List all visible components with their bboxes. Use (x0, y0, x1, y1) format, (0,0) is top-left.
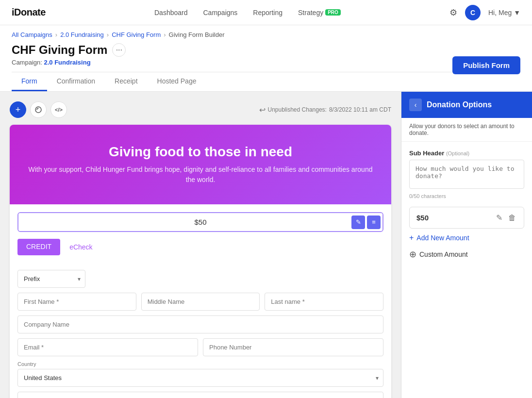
country-label: Country (17, 361, 383, 367)
prefix-row: Prefix ▾ (17, 270, 383, 288)
tab-receipt[interactable]: Receipt (105, 72, 147, 91)
amount-actions: ✎ 🗑 (495, 212, 517, 223)
breadcrumb-all-campaigns[interactable]: All Campaigns (12, 31, 52, 38)
company-name-field[interactable] (17, 315, 383, 333)
address1-field[interactable] (17, 392, 383, 398)
donation-options-subtitle: Allow your donors to select an amount to… (401, 118, 532, 142)
svg-point-0 (35, 107, 41, 113)
contact-row (17, 338, 383, 356)
payment-tabs: CREDIT eCheck (17, 239, 383, 255)
delete-amount-button[interactable]: 🗑 (507, 212, 517, 223)
nav-reporting[interactable]: Reporting (253, 9, 283, 17)
tab-form[interactable]: Form (12, 72, 47, 91)
donation-options-header: ‹ Donation Options (401, 92, 532, 118)
form-preview: Giving food to those in need With your s… (10, 125, 391, 398)
breadcrumb-chf-giving-form[interactable]: CHF Giving Form (112, 31, 161, 38)
custom-amount-button[interactable]: ⊕ Custom Amount (409, 249, 468, 260)
breadcrumb-current: Giving Form Builder (169, 31, 225, 38)
breadcrumb-bar: All Campaigns › 2.0 Fundraising › CHF Gi… (0, 25, 532, 92)
undo-icon: ↩ (259, 105, 266, 115)
first-name-field[interactable] (17, 293, 136, 311)
payment-tab-echeck[interactable]: eCheck (60, 239, 101, 255)
amount-input-wrap: ✎ ≡ (17, 212, 383, 232)
middle-name-field[interactable] (141, 293, 260, 311)
tabs-bar: Form Confirmation Receipt Hosted Page (12, 72, 520, 91)
top-nav: iDonate Dashboard Campaigns Reporting St… (0, 0, 532, 25)
brand-logo: iDonate (12, 7, 46, 18)
amount-toolbar: ✎ ≡ (351, 216, 381, 229)
prefix-select[interactable]: Prefix (17, 270, 85, 288)
toolbar: + </> ↩ Unpublished Changes: 8/3/2022 10… (10, 101, 391, 118)
address1-row (17, 392, 383, 398)
last-name-field[interactable] (265, 293, 383, 311)
edit-amount-icon-button[interactable]: ✎ (495, 212, 503, 223)
prefix-select-wrap: Prefix ▾ (17, 270, 85, 288)
country-select-wrap: United States ▾ (17, 369, 383, 387)
breadcrumb-2-0-fundraising[interactable]: 2.0 Fundraising (60, 31, 104, 38)
back-button[interactable]: ‹ (409, 99, 422, 111)
sub-header-label: Sub Header (Optional) (409, 149, 524, 157)
custom-plus-circle-icon: ⊕ (409, 249, 416, 260)
user-menu[interactable]: Hi, Meg ▼ (488, 9, 520, 17)
nav-campaigns[interactable]: Campaigns (203, 9, 238, 17)
pro-badge: PRO (325, 9, 341, 16)
edit-amount-button[interactable]: ✎ (351, 216, 365, 229)
campaign-name: 2.0 Fundraising (44, 59, 91, 66)
campaign-label: Campaign: 2.0 Fundraising (12, 59, 520, 66)
phone-field[interactable] (203, 338, 383, 356)
email-field[interactable] (17, 338, 198, 356)
amount-input[interactable] (18, 213, 382, 231)
donation-options-body: Sub Header (Optional) 0/50 characters $5… (401, 142, 532, 267)
form-hero: Giving food to those in need With your s… (10, 125, 391, 204)
payment-tab-credit[interactable]: CREDIT (17, 239, 60, 255)
hero-title: Giving food to those in need (24, 144, 377, 160)
nav-strategy[interactable]: Strategy PRO (298, 9, 341, 17)
code-button[interactable]: </> (50, 101, 67, 118)
page-header: CHF Giving Form ··· (12, 43, 520, 57)
sub-header-input[interactable] (409, 160, 524, 189)
unpublished-notice: ↩ Unpublished Changes: 8/3/2022 10:11 am… (259, 105, 392, 115)
amount-menu-button[interactable]: ≡ (367, 216, 381, 229)
donation-options-panel: ‹ Donation Options Allow your donors to … (401, 92, 532, 398)
avatar: C (465, 5, 481, 20)
country-row: Country United States ▾ (17, 361, 383, 387)
country-select[interactable]: United States (17, 369, 383, 387)
breadcrumb: All Campaigns › 2.0 Fundraising › CHF Gi… (12, 31, 520, 38)
optional-tag: (Optional) (446, 150, 469, 156)
nav-right: ⚙ C Hi, Meg ▼ (449, 5, 520, 20)
amount-row: ✎ ≡ (17, 212, 383, 232)
hero-subtitle: With your support, Child Hunger Fund bri… (24, 165, 377, 185)
publish-btn-area: Publish Form (452, 56, 520, 74)
char-count: 0/50 characters (409, 193, 524, 199)
add-new-amount-button[interactable]: + Add New Amount (409, 233, 469, 242)
main-area: + </> ↩ Unpublished Changes: 8/3/2022 10… (0, 92, 532, 398)
nav-dashboard[interactable]: Dashboard (154, 9, 188, 17)
settings-icon[interactable]: ⚙ (449, 7, 457, 18)
design-button[interactable] (30, 101, 47, 118)
page-title: CHF Giving Form (12, 43, 107, 57)
amount-value: $50 (416, 214, 429, 222)
add-plus-icon: + (409, 233, 414, 242)
company-row (17, 315, 383, 333)
add-element-button[interactable]: + (10, 101, 26, 118)
tab-hosted-page[interactable]: Hosted Page (148, 72, 206, 91)
nav-links: Dashboard Campaigns Reporting Strategy P… (154, 9, 341, 17)
amount-item: $50 ✎ 🗑 (409, 207, 524, 229)
tab-confirmation[interactable]: Confirmation (47, 72, 105, 91)
more-options-button[interactable]: ··· (112, 43, 126, 57)
publish-form-button[interactable]: Publish Form (452, 56, 520, 74)
name-row (17, 293, 383, 311)
donation-section: ✎ ≡ CREDIT eCheck (10, 204, 391, 270)
form-body: Prefix ▾ Country (10, 270, 391, 398)
form-area: + </> ↩ Unpublished Changes: 8/3/2022 10… (0, 92, 401, 398)
donation-options-title: Donation Options (427, 100, 492, 109)
